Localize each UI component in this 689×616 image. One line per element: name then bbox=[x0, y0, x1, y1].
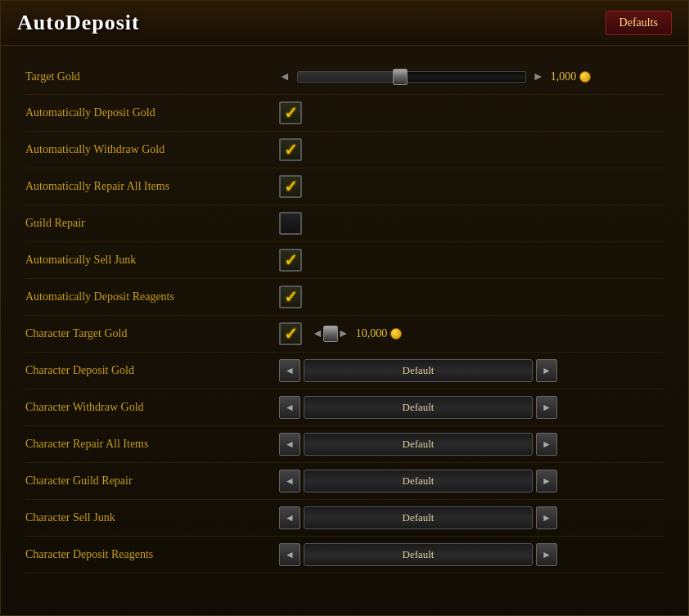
target-gold-label: Target Gold bbox=[25, 70, 279, 83]
char-guild-repair-selector: ◄ Default ► bbox=[279, 470, 557, 492]
target-gold-fill bbox=[298, 72, 400, 82]
main-window: AutoDeposit Defaults Target Gold ◄ ► 1,0… bbox=[0, 0, 689, 616]
auto-repair-items-row: Automatically Repair All Items ✓ bbox=[25, 169, 664, 205]
char-guild-repair-prev[interactable]: ◄ bbox=[279, 470, 300, 492]
char-repair-items-row: Character Repair All Items ◄ Default ► bbox=[25, 426, 664, 463]
target-gold-slider-container: ◄ ► 1,000 bbox=[279, 70, 664, 83]
auto-deposit-gold-row: Automatically Deposit Gold ✓ bbox=[25, 95, 664, 132]
char-target-gold-left-arrow[interactable]: ◄ bbox=[312, 327, 323, 340]
char-deposit-reagents-next[interactable]: ► bbox=[536, 543, 557, 566]
auto-deposit-reagents-checkmark: ✓ bbox=[284, 289, 298, 305]
target-gold-value: 1,000 bbox=[551, 70, 600, 83]
char-sell-junk-prev[interactable]: ◄ bbox=[279, 506, 300, 529]
char-deposit-gold-label: Character Deposit Gold bbox=[25, 364, 279, 377]
char-sell-junk-selector: ◄ Default ► bbox=[279, 506, 557, 529]
title-bar: AutoDeposit Defaults bbox=[1, 1, 688, 46]
target-gold-thumb[interactable] bbox=[393, 69, 408, 85]
char-target-gold-checkmark: ✓ bbox=[284, 326, 298, 342]
char-repair-items-value: Default bbox=[304, 433, 533, 456]
char-withdraw-gold-selector: ◄ Default ► bbox=[279, 396, 557, 419]
auto-deposit-reagents-checkbox[interactable]: ✓ bbox=[279, 286, 302, 308]
auto-deposit-gold-label: Automatically Deposit Gold bbox=[25, 106, 279, 119]
char-withdraw-gold-row: Character Withdraw Gold ◄ Default ► bbox=[25, 389, 664, 426]
char-guild-repair-label: Character Guild Repair bbox=[25, 474, 279, 488]
defaults-button[interactable]: Defaults bbox=[606, 11, 672, 35]
char-withdraw-gold-prev[interactable]: ◄ bbox=[279, 396, 300, 419]
char-guild-repair-next[interactable]: ► bbox=[536, 470, 557, 492]
target-gold-left-arrow[interactable]: ◄ bbox=[279, 70, 290, 83]
char-deposit-reagents-prev[interactable]: ◄ bbox=[279, 543, 300, 566]
char-deposit-reagents-row: Character Deposit Reagents ◄ Default ► bbox=[25, 537, 664, 573]
char-deposit-reagents-value: Default bbox=[304, 543, 533, 566]
char-repair-items-prev[interactable]: ◄ bbox=[279, 433, 300, 456]
char-target-gold-checkbox[interactable]: ✓ bbox=[279, 322, 302, 345]
auto-withdraw-gold-checkbox[interactable]: ✓ bbox=[279, 138, 302, 161]
target-gold-track[interactable] bbox=[297, 71, 526, 83]
char-repair-items-label: Character Repair All Items bbox=[25, 438, 279, 451]
char-withdraw-gold-label: Character Withdraw Gold bbox=[25, 401, 279, 414]
char-sell-junk-value: Default bbox=[304, 506, 533, 529]
char-deposit-reagents-label: Character Deposit Reagents bbox=[25, 548, 279, 561]
target-gold-row: Target Gold ◄ ► 1,000 bbox=[25, 59, 664, 95]
auto-deposit-reagents-row: Automatically Deposit Reagents ✓ bbox=[25, 279, 664, 316]
auto-repair-items-checkbox[interactable]: ✓ bbox=[279, 175, 302, 198]
char-deposit-reagents-selector: ◄ Default ► bbox=[279, 543, 557, 566]
window-title: AutoDeposit bbox=[17, 11, 140, 35]
auto-repair-items-label: Automatically Repair All Items bbox=[25, 180, 279, 193]
char-repair-items-selector: ◄ Default ► bbox=[279, 433, 557, 456]
target-gold-right-arrow[interactable]: ► bbox=[533, 70, 544, 83]
char-sell-junk-row: Character Sell Junk ◄ Default ► bbox=[25, 500, 664, 537]
auto-sell-junk-label: Automatically Sell Junk bbox=[25, 254, 279, 267]
char-target-gold-controls: ✓ ◄ ► 10,000 bbox=[279, 322, 405, 345]
auto-sell-junk-checkbox[interactable]: ✓ bbox=[279, 249, 302, 272]
char-target-gold-coin-icon bbox=[390, 328, 402, 339]
char-deposit-gold-selector: ◄ Default ► bbox=[279, 359, 557, 382]
auto-withdraw-gold-row: Automatically Withdraw Gold ✓ bbox=[25, 132, 664, 169]
char-deposit-gold-prev[interactable]: ◄ bbox=[279, 359, 300, 382]
auto-deposit-reagents-label: Automatically Deposit Reagents bbox=[25, 290, 279, 304]
char-deposit-gold-value: Default bbox=[304, 359, 533, 382]
guild-repair-checkbox[interactable] bbox=[279, 212, 302, 235]
char-target-gold-row: Character Target Gold ✓ ◄ ► 10,000 bbox=[25, 316, 664, 353]
auto-deposit-gold-checkmark: ✓ bbox=[284, 105, 298, 121]
char-deposit-gold-next[interactable]: ► bbox=[536, 359, 557, 382]
char-target-gold-label: Character Target Gold bbox=[25, 327, 279, 340]
auto-sell-junk-checkmark: ✓ bbox=[284, 252, 298, 268]
settings-content: Target Gold ◄ ► 1,000 Automatically Depo… bbox=[1, 46, 688, 587]
auto-withdraw-gold-checkmark: ✓ bbox=[284, 142, 298, 158]
char-guild-repair-row: Character Guild Repair ◄ Default ► bbox=[25, 463, 664, 500]
char-repair-items-next[interactable]: ► bbox=[536, 433, 557, 456]
auto-deposit-gold-checkbox[interactable]: ✓ bbox=[279, 101, 302, 124]
char-withdraw-gold-next[interactable]: ► bbox=[536, 396, 557, 419]
char-sell-junk-label: Character Sell Junk bbox=[25, 511, 279, 524]
char-target-gold-thumb[interactable] bbox=[323, 326, 338, 342]
char-target-gold-track[interactable] bbox=[330, 328, 331, 339]
gold-coin-icon bbox=[579, 71, 591, 83]
char-target-gold-right-arrow[interactable]: ► bbox=[338, 327, 349, 340]
auto-withdraw-gold-label: Automatically Withdraw Gold bbox=[25, 143, 279, 156]
auto-sell-junk-row: Automatically Sell Junk ✓ bbox=[25, 242, 664, 279]
char-withdraw-gold-value: Default bbox=[304, 396, 533, 419]
auto-repair-items-checkmark: ✓ bbox=[284, 178, 298, 195]
char-target-gold-value: 10,000 bbox=[356, 327, 405, 340]
char-sell-junk-next[interactable]: ► bbox=[536, 506, 557, 529]
char-guild-repair-value: Default bbox=[304, 470, 533, 492]
guild-repair-row: Guild Repair bbox=[25, 205, 664, 242]
char-deposit-gold-row: Character Deposit Gold ◄ Default ► bbox=[25, 353, 664, 389]
guild-repair-label: Guild Repair bbox=[25, 217, 279, 230]
